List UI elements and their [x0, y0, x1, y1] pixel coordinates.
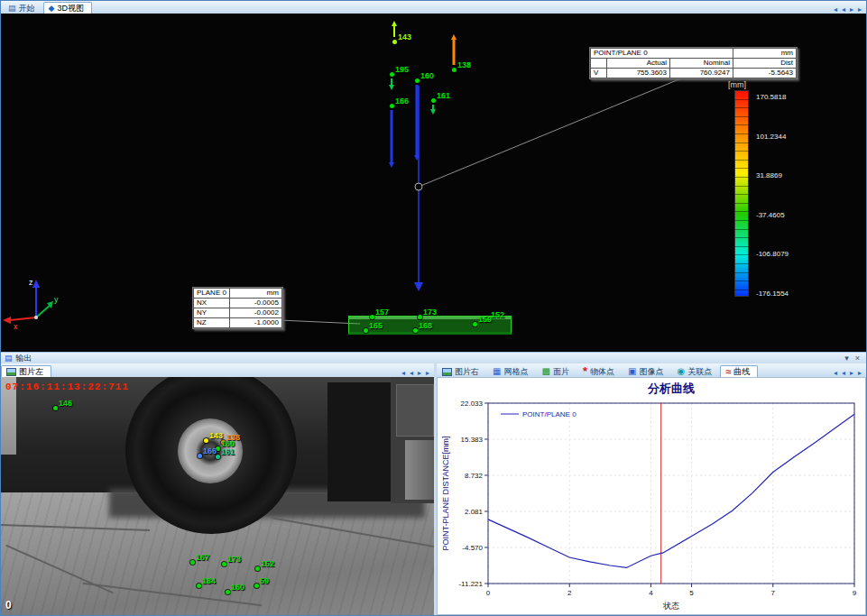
- svg-text:-11.221: -11.221: [458, 580, 483, 588]
- nav-prev-icon[interactable]: ◂: [842, 369, 845, 377]
- left-tab-nav: ◂ ◂ ▸ ▸: [397, 369, 434, 377]
- app-window: 开始 3D视图 ◂ ◂ ▸ ▸ z y: [0, 0, 867, 616]
- nav-first-icon[interactable]: ◂: [834, 369, 837, 377]
- camera-image-left[interactable]: 07:16:11:13:22:711 0 1461431381601661611…: [1, 377, 434, 615]
- plane-point-label: 168: [419, 321, 432, 330]
- plane-table-unit: mm: [229, 289, 281, 299]
- output-panel-area: 图片左 ◂ ◂ ▸ ▸: [1, 363, 866, 615]
- svg-text:分析曲线: 分析曲线: [647, 382, 695, 395]
- pp-nominal-value: 760.9247: [670, 69, 733, 78]
- right-panel-tab-bar: 图片右网格点面片物体点图像点关联点曲线 ◂ ◂ ▸ ▸: [437, 363, 866, 377]
- svg-text:5: 5: [689, 589, 694, 597]
- main-tab-bar: 开始 3D视图 ◂ ◂ ▸ ▸: [1, 1, 866, 14]
- analysis-curve-chart[interactable]: 22.03315.3838.7322.081-4.570-11.22102457…: [437, 377, 866, 615]
- tab-object[interactable]: 物体点: [577, 365, 623, 377]
- nav-prev-icon[interactable]: ◂: [410, 369, 413, 377]
- output-bar[interactable]: 输出 ▾ ×: [1, 352, 866, 363]
- nav-first-icon[interactable]: ◂: [834, 5, 837, 14]
- tab-label: 网格点: [503, 366, 528, 378]
- image-point-160[interactable]: [226, 590, 230, 594]
- point3d-label: 195: [395, 65, 409, 74]
- nav-next-icon[interactable]: ▸: [418, 369, 421, 377]
- image-point-167[interactable]: [190, 560, 195, 565]
- tab-label: 关联点: [687, 366, 712, 378]
- colorbar-tick: -37.4605: [756, 211, 810, 219]
- image-icon: [6, 368, 16, 376]
- nav-last-icon[interactable]: ▸: [858, 369, 862, 377]
- point3d-label: 143: [398, 32, 411, 41]
- tab-assoc[interactable]: 关联点: [671, 365, 720, 377]
- plane-point-159[interactable]: [473, 322, 477, 326]
- tab-pic[interactable]: 图片右: [437, 365, 487, 377]
- plane-point-label: 173: [423, 308, 437, 317]
- image-point-label: 160: [231, 583, 244, 592]
- image-point-161[interactable]: [216, 455, 220, 459]
- tab-label: 曲线: [733, 366, 750, 378]
- tab-3d-view[interactable]: 3D视图: [43, 2, 92, 14]
- point3d-138[interactable]: [452, 68, 457, 72]
- nav-first-icon[interactable]: ◂: [401, 369, 405, 377]
- point3d-143[interactable]: [392, 40, 397, 44]
- point3d-161[interactable]: [431, 98, 436, 103]
- tab-curve[interactable]: 曲线: [720, 365, 758, 377]
- tab-start[interactable]: 开始: [3, 2, 43, 14]
- tab-image-left-label: 图片左: [19, 366, 43, 378]
- curve-plot: 22.03315.3838.7322.081-4.570-11.22102457…: [438, 378, 865, 614]
- vector-midpoint-marker: [415, 183, 422, 190]
- pp-table-unit: mm: [733, 49, 797, 59]
- nav-prev-icon[interactable]: ◂: [842, 5, 845, 14]
- tab-mesh[interactable]: 面片: [536, 365, 576, 377]
- svg-text:9: 9: [853, 589, 857, 597]
- plane-point-label: 165: [369, 321, 383, 330]
- right-tabs: 图片右网格点面片物体点图像点关联点曲线: [437, 365, 758, 377]
- point3d-label: 160: [420, 71, 434, 80]
- colorbar-tick: -106.8079: [756, 250, 810, 258]
- svg-text:8.732: 8.732: [465, 472, 484, 480]
- image-point-166[interactable]: [198, 454, 202, 458]
- pin-icon[interactable]: ▾: [844, 354, 849, 363]
- output-icon: [5, 354, 13, 363]
- image-point-184[interactable]: [197, 584, 201, 588]
- 3d-viewport[interactable]: z y x POINT/PLANE 0 mm Actual Nominal Di…: [1, 14, 866, 352]
- tab-label: 面片: [553, 366, 569, 378]
- point3d-label: 161: [437, 91, 450, 100]
- point3d-160[interactable]: [415, 78, 420, 83]
- plane-row-value: -0.0005: [229, 299, 281, 308]
- plane-table[interactable]: PLANE 0 mm NX -0.0005 NY -0.0002 NZ -1.0…: [192, 287, 283, 329]
- plane-point-168[interactable]: [413, 328, 418, 333]
- plane-point-165[interactable]: [364, 328, 368, 333]
- nav-next-icon[interactable]: ▸: [850, 369, 853, 377]
- point-plane-table[interactable]: POINT/PLANE 0 mm Actual Nominal Dist V 7…: [589, 47, 798, 79]
- colorbar-tick: 31.8869: [756, 171, 810, 179]
- image-point-152[interactable]: [255, 566, 260, 571]
- image-point-146[interactable]: [53, 406, 58, 410]
- nav-next-icon[interactable]: ▸: [850, 5, 853, 14]
- nav-last-icon[interactable]: ▸: [426, 369, 429, 377]
- tab-imgpt[interactable]: 图像点: [623, 365, 671, 377]
- pp-col-nominal: Nominal: [670, 59, 733, 69]
- colorbar-tick: -176.1554: [756, 290, 810, 298]
- pp-col-actual: Actual: [607, 59, 670, 69]
- z-axis-label: z: [29, 278, 33, 287]
- plane-point-173[interactable]: [418, 315, 422, 319]
- tab-image-left[interactable]: 图片左: [1, 365, 51, 377]
- point3d-166[interactable]: [390, 104, 394, 108]
- svg-text:状态: 状态: [662, 602, 679, 611]
- image-point-143[interactable]: [204, 438, 208, 443]
- point3d-195[interactable]: [390, 72, 394, 77]
- pp-col-dist: Dist: [733, 59, 797, 69]
- plane-row-value: -1.0000: [229, 318, 281, 328]
- colorbar-tick: 170.5818: [756, 93, 810, 101]
- tab-grid[interactable]: 网格点: [487, 365, 536, 377]
- svg-text:2: 2: [567, 589, 572, 597]
- x-axis-label: x: [14, 322, 18, 331]
- nav-last-icon[interactable]: ▸: [858, 5, 862, 14]
- close-icon[interactable]: ×: [855, 354, 860, 363]
- image-point-label: 152: [261, 559, 274, 568]
- tab-start-label: 开始: [19, 3, 35, 14]
- image-point-59[interactable]: [254, 584, 259, 588]
- image-point-173[interactable]: [222, 562, 226, 566]
- plane-point-157[interactable]: [370, 315, 374, 319]
- curve-icon: [725, 367, 731, 377]
- point3d-label: 166: [395, 97, 409, 106]
